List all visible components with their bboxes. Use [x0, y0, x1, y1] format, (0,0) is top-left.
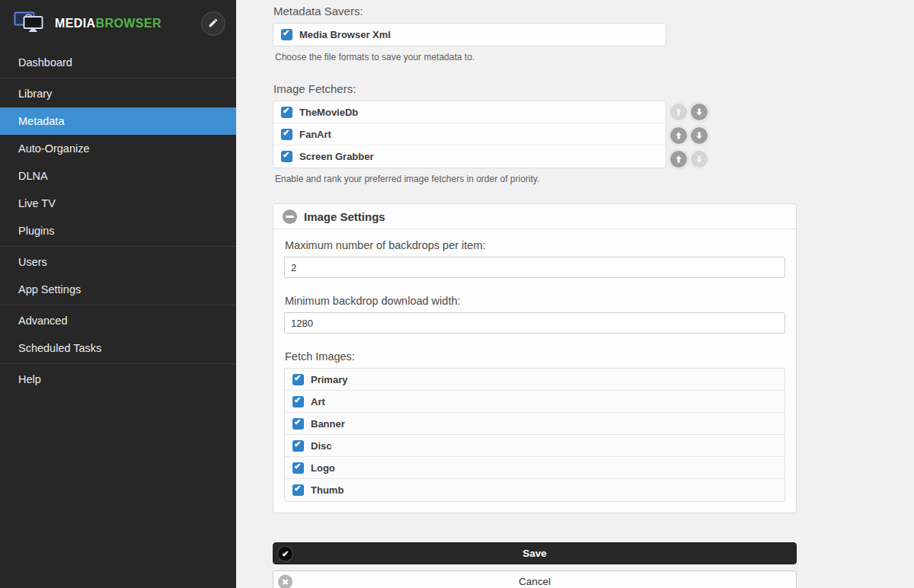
save-button[interactable]: ✔ Save [273, 542, 797, 564]
fetch-image-row-art[interactable]: Art [285, 391, 785, 413]
checkbox-checked-icon[interactable] [281, 107, 292, 118]
fetch-image-label: Logo [311, 462, 335, 474]
checkbox-checked-icon[interactable] [281, 129, 292, 140]
image-fetchers-list: TheMovieDbFanArtScreen Grabber [273, 101, 666, 168]
image-fetcher-row-fanart[interactable]: FanArt [273, 123, 666, 145]
sidebar-item-metadata[interactable]: Metadata [0, 107, 236, 135]
checkbox-checked-icon[interactable] [281, 151, 292, 162]
fetch-image-label: Thumb [311, 484, 344, 496]
checkbox-checked-icon[interactable] [281, 29, 292, 40]
checkbox-checked-icon[interactable] [292, 374, 304, 385]
fetch-image-label: Disc [311, 440, 331, 452]
form-buttons: ✔ Save ✖ Cancel [273, 542, 797, 588]
sidebar-item-help[interactable]: Help [0, 366, 236, 393]
max-backdrops-input[interactable] [284, 257, 785, 278]
arrow-down-icon[interactable] [691, 104, 708, 120]
arrow-up-icon[interactable] [670, 151, 687, 168]
checkbox-checked-icon[interactable] [292, 418, 304, 430]
image-fetcher-label: FanArt [299, 129, 331, 140]
arrow-down-icon [691, 151, 708, 168]
fetch-image-row-disc[interactable]: Disc [285, 435, 785, 457]
sidebar-item-scheduled-tasks[interactable]: Scheduled Tasks [0, 334, 236, 362]
edit-dashboard-button[interactable] [201, 11, 225, 36]
image-fetchers-section: TheMovieDbFanArtScreen Grabber [273, 101, 745, 168]
min-backdrop-width-label: Minimum backdrop download width: [285, 295, 785, 307]
min-backdrop-width-input[interactable] [284, 312, 785, 334]
metadata-saver-row-media-browser-xml[interactable]: Media Browser Xml [273, 24, 666, 46]
image-fetcher-row-themoviedb[interactable]: TheMovieDb [273, 101, 666, 123]
image-fetcher-label: Screen Grabber [299, 151, 374, 162]
app-title-media: MEDIA [55, 17, 96, 30]
sidebar: MEDIABROWSER DashboardLibraryMetadataAut… [0, 0, 236, 588]
cancel-button-label: Cancel [519, 576, 551, 587]
sidebar-group: Dashboard [0, 47, 236, 78]
sidebar-item-live-tv[interactable]: Live TV [0, 190, 236, 217]
metadata-savers-list: Media Browser Xml [273, 23, 666, 46]
image-settings-header[interactable]: Image Settings [273, 204, 796, 229]
fetch-image-label: Art [311, 396, 325, 407]
app-title-browser: BROWSER [96, 17, 161, 30]
media-browser-logo-icon [14, 10, 47, 37]
main-content: Metadata Savers: Media Browser Xml Choos… [236, 0, 914, 588]
fetch-image-row-logo[interactable]: Logo [285, 457, 785, 479]
image-settings-title: Image Settings [304, 210, 385, 223]
arrow-up-icon[interactable] [670, 127, 687, 144]
sidebar-item-auto-organize[interactable]: Auto-Organize [0, 135, 236, 162]
image-fetcher-row-screen-grabber[interactable]: Screen Grabber [273, 145, 666, 168]
metadata-saver-label: Media Browser Xml [299, 29, 391, 40]
pencil-icon [208, 18, 219, 30]
reorder-pair-fanart [670, 123, 708, 147]
save-button-label: Save [523, 548, 547, 559]
checkbox-checked-icon[interactable] [292, 440, 304, 452]
fetch-images-list: PrimaryArtBannerDiscLogoThumb [284, 368, 785, 502]
logo-row: MEDIABROWSER [0, 0, 236, 47]
metadata-savers-help: Choose the file formats to save your met… [275, 52, 914, 62]
checkbox-checked-icon[interactable] [292, 462, 304, 474]
sidebar-item-library[interactable]: Library [0, 80, 236, 107]
image-settings-body: Maximum number of backdrops per item: Mi… [273, 239, 796, 513]
reorder-pair-themoviedb [670, 100, 708, 123]
collapse-minus-icon [283, 209, 297, 224]
sidebar-item-dlna[interactable]: DLNA [0, 162, 236, 190]
image-fetchers-help: Enable and rank your preferred image fet… [275, 174, 914, 184]
fetch-image-row-primary[interactable]: Primary [285, 369, 785, 391]
sidebar-group: UsersApp Settings [0, 246, 236, 305]
reorder-pair-screen-grabber [670, 147, 708, 171]
check-icon: ✔ [278, 546, 292, 561]
sidebar-item-dashboard[interactable]: Dashboard [0, 49, 236, 76]
sidebar-nav: DashboardLibraryMetadataAuto-OrganizeDLN… [0, 47, 236, 395]
checkbox-checked-icon[interactable] [292, 484, 304, 496]
fetcher-reorder-arrows [670, 100, 708, 171]
cancel-button[interactable]: ✖ Cancel [273, 570, 797, 588]
fetch-image-label: Banner [311, 418, 345, 430]
sidebar-item-users[interactable]: Users [0, 248, 236, 276]
sidebar-item-app-settings[interactable]: App Settings [0, 276, 236, 303]
checkbox-checked-icon[interactable] [292, 396, 304, 407]
arrow-up-icon [670, 104, 687, 120]
fetch-image-row-banner[interactable]: Banner [285, 413, 785, 435]
sidebar-item-advanced[interactable]: Advanced [0, 307, 236, 334]
fetch-image-label: Primary [311, 374, 347, 385]
sidebar-item-plugins[interactable]: Plugins [0, 217, 236, 244]
fetch-images-label: Fetch Images: [285, 350, 785, 363]
sidebar-group: AdvancedScheduled Tasks [0, 305, 236, 363]
sidebar-group: LibraryMetadataAuto-OrganizeDLNALive TVP… [0, 78, 236, 246]
image-fetchers-label: Image Fetchers: [273, 82, 914, 95]
app-title: MEDIABROWSER [55, 17, 161, 30]
sidebar-group: Help [0, 363, 236, 395]
close-icon: ✖ [278, 574, 292, 588]
image-settings-panel: Image Settings Maximum number of backdro… [273, 203, 797, 513]
image-fetcher-label: TheMovieDb [299, 107, 358, 118]
max-backdrops-label: Maximum number of backdrops per item: [285, 239, 785, 251]
fetch-image-row-thumb[interactable]: Thumb [285, 479, 785, 501]
arrow-down-icon[interactable] [691, 127, 708, 144]
metadata-savers-label: Metadata Savers: [273, 5, 914, 18]
